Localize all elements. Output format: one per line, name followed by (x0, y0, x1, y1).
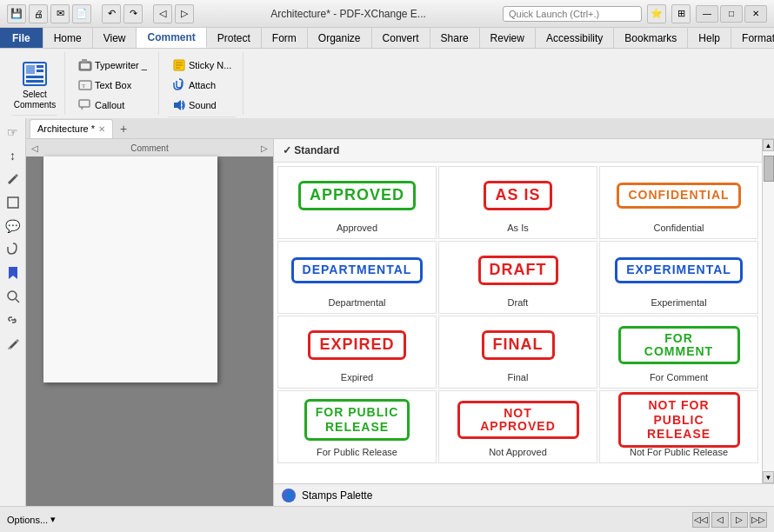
stamp-not-for-public-release[interactable]: NOT FOR PUBLICRELEASENot For Public Rele… (599, 390, 758, 463)
stamp-text-expired: EXPIRED (308, 330, 405, 360)
document-tab-label: Architecture * (37, 123, 95, 134)
note-group-content: Sticky N... Attach (168, 52, 237, 115)
bookmark-tool-btn[interactable] (3, 263, 23, 283)
sticky-note-button[interactable]: Sticky N... (168, 56, 237, 75)
rect-tool-btn[interactable] (3, 192, 23, 213)
tab-view[interactable]: View (93, 28, 137, 48)
close-button[interactable]: ✕ (744, 5, 767, 23)
stamp-departmental[interactable]: DEPARTMENTALDepartmental (277, 241, 437, 314)
scroll-up-arrow[interactable]: ▲ (763, 139, 774, 151)
tab-accessibility[interactable]: Accessibility (536, 28, 614, 48)
page-breadcrumb: Comment (130, 143, 168, 153)
sound-icon (172, 98, 186, 112)
stamp-text-for-comment: FOR COMMENT (618, 326, 740, 365)
tab-bookmarks[interactable]: Bookmarks (614, 28, 688, 48)
stamp-for-comment[interactable]: FOR COMMENTFor Comment (599, 316, 758, 389)
stamp-label-not-approved: Not Approved (489, 447, 547, 457)
stamp-not-approved[interactable]: NOT APPROVEDNot Approved (438, 390, 597, 463)
email-icon[interactable]: ✉ (50, 4, 70, 23)
sound-button[interactable]: Sound (168, 96, 237, 115)
stamp-image-confidential: CONFIDENTIAL (618, 174, 740, 217)
add-tab-button[interactable]: + (115, 120, 132, 137)
document-tab-close[interactable]: ✕ (98, 124, 105, 134)
textbox-button[interactable]: T Text Box (74, 76, 151, 95)
back-icon[interactable]: ◁ (153, 4, 172, 23)
tab-convert[interactable]: Convert (372, 28, 430, 48)
stamp-expired[interactable]: EXPIREDExpired (277, 316, 437, 389)
typewriter-button[interactable]: Typewriter _ (74, 56, 151, 75)
stamps-palette-icon: 👤 (281, 488, 297, 503)
nav-left-btn[interactable]: ◁◁ (692, 512, 710, 528)
tab-protect[interactable]: Protect (207, 28, 262, 48)
stamp-experimental[interactable]: EXPERIMENTALExperimental (599, 241, 758, 314)
stamps-grid-wrapper[interactable]: APPROVEDApprovedAS ISAs IsCONFIDENTIALCo… (274, 163, 762, 483)
quick-launch-search[interactable] (503, 6, 642, 22)
stamp-label-experimental: Experimental (651, 297, 706, 308)
scroll-thumb[interactable] (764, 156, 774, 182)
tab-review[interactable]: Review (480, 28, 536, 48)
callout-button[interactable]: Callout (74, 96, 151, 115)
save-icon[interactable]: 💾 (7, 4, 26, 23)
stamp-image-for-comment: FOR COMMENT (618, 323, 740, 367)
pencil-tool-btn[interactable] (3, 333, 23, 354)
stamp-label-for-public-release: For Public Release (317, 447, 397, 457)
scan-icon[interactable]: 📄 (72, 4, 91, 23)
stamp-as-is[interactable]: AS ISAs Is (438, 166, 597, 239)
document-tab[interactable]: Architecture * ✕ (30, 119, 113, 138)
undo-icon[interactable]: ↶ (102, 4, 121, 23)
stamp-approved[interactable]: APPROVEDApproved (277, 166, 437, 239)
forward-icon[interactable]: ▷ (175, 4, 194, 23)
stamps-bottom-bar: 👤 Stamps Palette (274, 483, 774, 506)
nav-right-btn[interactable]: ▷▷ (750, 512, 767, 528)
window-icon[interactable]: ⊞ (671, 4, 691, 23)
textbox-label: Text Box (95, 80, 131, 90)
minimize-button[interactable]: — (696, 5, 718, 23)
tab-share[interactable]: Share (430, 28, 480, 48)
scroll-track[interactable] (763, 151, 774, 471)
stamp-for-public-release[interactable]: FOR PUBLICRELEASEFor Public Release (277, 390, 437, 463)
scroll-down-arrow[interactable]: ▼ (763, 471, 774, 483)
svg-text:T: T (82, 83, 86, 90)
svg-rect-24 (8, 348, 11, 349)
nav-next-btn[interactable]: ▷ (731, 512, 748, 528)
tab-format[interactable]: Format (731, 28, 774, 48)
stamp-text-experimental: EXPERIMENTAL (615, 257, 743, 283)
title-bar: 💾 🖨 ✉ 📄 ↶ ↷ ◁ ▷ Architecture* - PDF-XCha… (0, 0, 774, 28)
callout-icon (78, 98, 92, 112)
tab-form[interactable]: Form (262, 28, 308, 48)
stamp-text-departmental: DEPARTMENTAL (291, 257, 424, 283)
tab-comment[interactable]: Comment (137, 28, 206, 48)
comment-tool-btn[interactable]: 💬 (3, 216, 23, 236)
ribbon-group-text: Typewriter _ T Text Box (67, 52, 159, 115)
hand-tool-btn[interactable]: ☞ (3, 122, 23, 143)
svg-rect-20 (8, 197, 18, 208)
tab-home[interactable]: Home (43, 28, 93, 48)
stamp-confidential[interactable]: CONFIDENTIALConfidential (599, 166, 758, 239)
svg-rect-9 (84, 59, 87, 63)
stamp-final[interactable]: FINALFinal (438, 316, 597, 389)
canvas-left-arrow[interactable]: ◁ (31, 143, 38, 153)
window-title: Architecture* - PDF-XChange E... (199, 8, 497, 20)
tab-organize[interactable]: Organize (308, 28, 372, 48)
tab-help[interactable]: Help (688, 28, 731, 48)
tab-file[interactable]: File (0, 28, 43, 48)
canvas-right-arrow[interactable]: ▷ (261, 143, 268, 153)
link-tool-btn[interactable] (3, 309, 23, 330)
ribbon-content: SelectComments Tools Typewriter _ (0, 49, 774, 118)
print-icon[interactable]: 🖨 (29, 4, 48, 23)
attach-button[interactable]: Attach (168, 76, 237, 95)
stamps-scrollbar[interactable]: ▲ ▼ (762, 139, 774, 483)
maximize-button[interactable]: □ (720, 5, 743, 23)
edit-tool-btn[interactable] (3, 169, 23, 190)
nav-prev-btn[interactable]: ◁ (711, 512, 729, 528)
feature-icon[interactable]: ⭐ (647, 4, 666, 23)
options-button[interactable]: Options... ▾ (7, 514, 56, 525)
select-comments-button[interactable]: SelectComments (12, 56, 57, 113)
sticky-note-icon (172, 58, 186, 72)
stamp-draft[interactable]: DRAFTDraft (438, 241, 597, 314)
attachment-tool-btn[interactable] (3, 239, 23, 260)
search-tool-btn[interactable] (3, 286, 23, 307)
redo-icon[interactable]: ↷ (123, 4, 143, 23)
scroll-tool-btn[interactable]: ↕ (3, 145, 23, 166)
stamp-text-draft: DRAFT (478, 256, 558, 285)
